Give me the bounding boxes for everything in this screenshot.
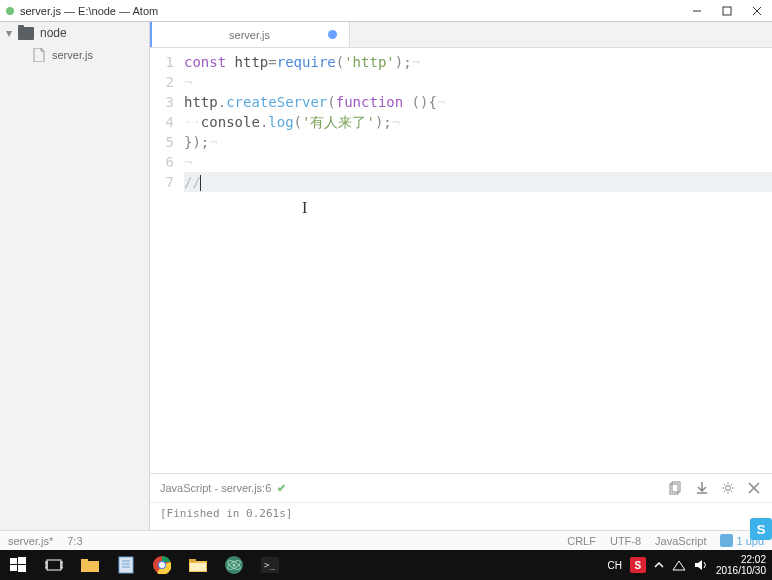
token: http — [235, 54, 269, 70]
modified-indicator-icon — [328, 30, 337, 39]
line-number: 2 — [150, 72, 174, 92]
token: log — [268, 114, 293, 130]
line-number: 1 — [150, 52, 174, 72]
svg-rect-14 — [45, 562, 47, 568]
root-folder-label: node — [40, 26, 67, 40]
file-icon — [32, 48, 46, 62]
status-language[interactable]: JavaScript — [655, 535, 706, 547]
svg-text:>_: >_ — [264, 560, 275, 570]
windows-icon — [8, 555, 28, 575]
volume-icon[interactable] — [694, 559, 708, 571]
svg-rect-12 — [18, 565, 26, 572]
network-icon[interactable] — [672, 559, 686, 571]
chrome-icon — [152, 555, 172, 575]
clock[interactable]: 22:02 2016/10/30 — [716, 554, 766, 576]
token: () — [412, 94, 429, 110]
windows-taskbar: >_ CH S 22:02 2016/10/30 — [0, 550, 772, 580]
maximize-button[interactable] — [712, 0, 742, 21]
token: // — [184, 174, 201, 190]
svg-rect-11 — [10, 565, 17, 571]
token: require — [277, 54, 336, 70]
file-label: server.js — [52, 49, 93, 61]
project-sidebar: ▾ node server.js — [0, 22, 150, 530]
explorer-folder-button[interactable] — [180, 550, 216, 580]
i-beam-cursor-icon: I — [302, 198, 307, 218]
status-line-ending[interactable]: CRLF — [567, 535, 596, 547]
line-number: 5 — [150, 132, 174, 152]
copy-icon[interactable] — [668, 480, 684, 496]
status-encoding[interactable]: UTF-8 — [610, 535, 641, 547]
terminal-button[interactable]: >_ — [252, 550, 288, 580]
atom-icon — [224, 555, 244, 575]
svg-point-24 — [159, 562, 165, 568]
build-output: [Finished in 0.261s] — [150, 502, 772, 530]
code-editor[interactable]: 1 2 3 4 5 6 7 const http=require('http')… — [150, 48, 772, 473]
line-number: 4 — [150, 112, 174, 132]
notepad-button[interactable] — [108, 550, 144, 580]
token: ; — [403, 54, 411, 70]
token: ) — [395, 54, 403, 70]
folder-open-icon — [188, 555, 208, 575]
token: createServer — [226, 94, 327, 110]
svg-rect-18 — [119, 557, 133, 573]
status-cursor-pos[interactable]: 7:3 — [67, 535, 82, 547]
tray-chevron-icon[interactable] — [654, 560, 664, 570]
ime-indicator[interactable]: CH — [607, 560, 621, 571]
token: ; — [383, 114, 391, 130]
notepad-icon — [116, 555, 136, 575]
file-explorer-button[interactable] — [72, 550, 108, 580]
line-number: 6 — [150, 152, 174, 172]
token: ( — [336, 54, 344, 70]
gear-icon[interactable] — [720, 480, 736, 496]
tree-file-item[interactable]: server.js — [0, 44, 149, 66]
token: const — [184, 54, 235, 70]
status-bar: server.js* 7:3 CRLF UTF-8 JavaScript 1 u… — [0, 530, 772, 550]
svg-point-31 — [233, 564, 236, 567]
svg-rect-15 — [61, 562, 63, 568]
folder-icon — [18, 27, 34, 40]
atom-taskbar-button[interactable] — [216, 550, 252, 580]
svg-rect-9 — [10, 558, 17, 564]
tab-label: server.js — [229, 29, 270, 41]
language-file-indicator[interactable]: JavaScript - server.js:6 — [160, 482, 271, 494]
svg-rect-26 — [189, 559, 196, 562]
chevron-down-icon: ▾ — [6, 26, 16, 40]
token: 'http' — [344, 54, 395, 70]
svg-rect-16 — [81, 561, 99, 572]
start-button[interactable] — [0, 550, 36, 580]
tab-bar: server.js — [150, 22, 772, 48]
line-number: 3 — [150, 92, 174, 112]
token: ( — [327, 94, 335, 110]
sogou-floating-icon[interactable]: S — [750, 518, 772, 540]
token: '有人来了' — [302, 114, 375, 130]
svg-rect-17 — [81, 559, 88, 562]
minimize-button[interactable] — [682, 0, 712, 21]
token: }); — [184, 134, 209, 150]
token: . — [218, 94, 226, 110]
taskview-button[interactable] — [36, 550, 72, 580]
token: = — [268, 54, 276, 70]
taskview-icon — [44, 555, 64, 575]
svg-rect-27 — [190, 563, 206, 571]
clock-date: 2016/10/30 — [716, 565, 766, 576]
svg-rect-13 — [47, 560, 61, 570]
svg-rect-10 — [18, 557, 26, 564]
tree-root-folder[interactable]: ▾ node — [0, 22, 149, 44]
tab-serverjs[interactable]: server.js — [150, 22, 350, 47]
download-icon[interactable] — [694, 480, 710, 496]
code-content[interactable]: const http=require('http');¬ ¬ http.crea… — [184, 48, 772, 473]
terminal-icon: >_ — [260, 555, 280, 575]
token: http — [184, 94, 218, 110]
close-button[interactable] — [742, 0, 772, 21]
squirrel-icon — [720, 534, 733, 547]
sogou-ime-icon[interactable]: S — [630, 557, 646, 573]
clock-time: 22:02 — [716, 554, 766, 565]
system-tray: CH S 22:02 2016/10/30 — [607, 554, 772, 576]
token: function — [336, 94, 412, 110]
token: ( — [294, 114, 302, 130]
svg-point-6 — [726, 486, 731, 491]
window-title: server.js — E:\node — Atom — [20, 5, 682, 17]
close-panel-icon[interactable] — [746, 480, 762, 496]
status-file[interactable]: server.js* — [8, 535, 53, 547]
chrome-button[interactable] — [144, 550, 180, 580]
